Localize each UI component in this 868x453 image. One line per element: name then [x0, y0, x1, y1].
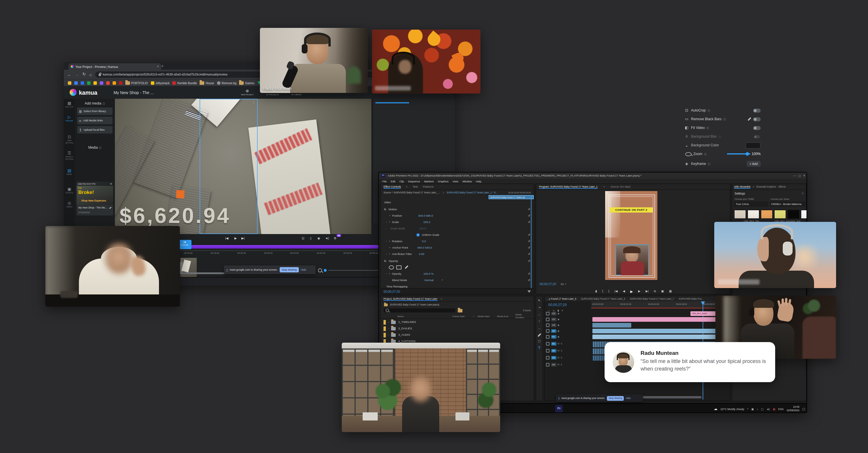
track-eye-icon[interactable]: ◉ — [558, 330, 559, 332]
checkbox-icon[interactable]: ✓ — [416, 233, 420, 236]
tab-jelly-alexandria[interactable]: Jelly Alexandria — [734, 185, 750, 189]
favicon-icon[interactable] — [87, 81, 91, 85]
next-frame-icon[interactable]: ▶| — [241, 236, 245, 240]
lock-icon[interactable] — [546, 329, 550, 333]
filter-funnel-icon[interactable] — [527, 290, 531, 292]
keyframe-add-button[interactable]: + Add — [747, 161, 761, 167]
track-v4[interactable]: V4 — [551, 318, 556, 321]
col-mediaend[interactable]: Media End — [497, 314, 515, 317]
brand-color-swatch[interactable] — [801, 210, 807, 219]
bookmark-games[interactable]: Games — [239, 81, 254, 85]
go-to-in-icon[interactable]: |◀ — [615, 289, 617, 293]
autocrop-toggle[interactable] — [753, 108, 761, 112]
tribe-select[interactable]: True Crime — [734, 201, 768, 207]
menu-window[interactable]: Window — [462, 180, 472, 183]
lock-icon[interactable] — [546, 318, 550, 321]
step-forward-icon[interactable]: ▶ — [638, 289, 641, 293]
ellipse-mask-icon[interactable] — [389, 265, 394, 269]
media-card[interactable]: 1080 FHD 29.97 FPS ✕ I'm Broke! Shop New… — [76, 182, 113, 216]
menu-edit[interactable]: Edit — [391, 180, 395, 183]
track-v2[interactable]: V2 — [551, 329, 556, 333]
menu-markers[interactable]: Markers — [424, 180, 434, 183]
track-eye-icon[interactable]: ◉ — [558, 336, 559, 338]
reset-icon[interactable]: ↺ — [528, 239, 530, 243]
tab-effect-controls[interactable]: Effect Controls — [383, 185, 401, 189]
mark-in-icon[interactable]: { — [602, 289, 603, 293]
ec-label[interactable]: Uniform Scale — [422, 233, 439, 236]
menu-graphics[interactable]: Graphics — [438, 180, 448, 183]
hand-tool-icon[interactable]: ▢ — [536, 339, 542, 342]
solo-button[interactable]: S — [561, 343, 562, 345]
home-icon[interactable]: ⌂ — [89, 72, 92, 76]
stopwatch-icon[interactable]: ◔ — [389, 272, 390, 275]
favicon-icon[interactable] — [100, 81, 103, 85]
add-media-links-button[interactable]: ∞Add Media links — [77, 117, 113, 124]
panel-menu-icon[interactable]: ≡ — [753, 186, 754, 188]
preview-eye-icon[interactable]: ◉ — [317, 236, 320, 240]
rail-item-preview[interactable]: ▷PREVIEW — [64, 115, 75, 122]
menu-sequence[interactable]: Sequence — [408, 180, 420, 183]
bookmark-removebg[interactable]: Remove.bg — [217, 81, 237, 85]
bookmark-house[interactable]: House — [200, 81, 214, 85]
track-a3[interactable]: A3 — [551, 356, 556, 360]
ec-value[interactable]: 0.0 — [422, 239, 426, 243]
lock-icon[interactable] — [546, 323, 550, 327]
track-v5[interactable]: V5 — [551, 312, 556, 315]
track-v3[interactable]: V3 — [551, 323, 556, 327]
solo-button[interactable]: S — [561, 364, 562, 366]
prev-frame-icon[interactable]: |◀ — [225, 236, 228, 240]
ec-label[interactable]: Anchor Point — [392, 246, 408, 249]
collapse-chevron-icon[interactable]: ∨ — [802, 192, 804, 195]
reset-icon[interactable]: ↺ — [528, 272, 530, 275]
clip-subtitle-graphic[interactable]: CRB_BKA_Subtit — [690, 311, 718, 316]
tab-essential-graphics[interactable]: Essential Graphics — [756, 185, 776, 188]
brand-color-swatch[interactable] — [787, 210, 800, 219]
tray-time[interactable]: 10:06 — [787, 406, 800, 409]
track-a1[interactable]: A1 — [551, 342, 556, 345]
favicon-icon[interactable] — [68, 81, 71, 85]
mute-button[interactable]: M — [558, 343, 559, 345]
stopwatch-icon[interactable]: ◔ — [389, 246, 391, 249]
tab-source[interactable]: Source: (no clips) — [611, 185, 630, 188]
menu-help[interactable]: Help — [476, 180, 481, 183]
expand-arrow-icon[interactable]: › — [386, 239, 387, 243]
favicon-icon[interactable] — [119, 81, 122, 85]
favicon-icon[interactable] — [106, 81, 110, 85]
timeline-tab-8[interactable]: SURVIVED Baby Fou... — [679, 298, 704, 300]
tab-frameio[interactable]: Frame.io — [423, 185, 433, 188]
project-bin-path[interactable]: SURVIVED Baby Found 17 Years Later.prpro… — [390, 303, 439, 306]
track-a4[interactable]: A4 — [551, 363, 556, 366]
ec-mini-clip[interactable]: SURVIVED Baby Found 17 Years Lat — [489, 195, 534, 199]
edit-icon[interactable] — [748, 117, 751, 121]
panel-menu-icon[interactable]: ≡ — [406, 185, 408, 188]
ec-value[interactable]: 100.0 % — [424, 272, 434, 275]
quality-gear-icon[interactable]: ⚙ — [334, 236, 337, 240]
ec-label[interactable]: Rotation — [392, 239, 402, 243]
pen-mask-icon[interactable] — [405, 265, 408, 269]
mute-button[interactable]: M — [558, 357, 559, 359]
weather-cloud-icon[interactable]: ☁ — [714, 406, 717, 411]
tracked-webcam-box[interactable] — [616, 245, 649, 275]
notification-center-icon[interactable]: ▢ — [802, 407, 805, 410]
expand-arrow-icon[interactable]: › — [386, 252, 387, 255]
track-v1[interactable]: V1 — [551, 335, 556, 339]
expand-arrow-icon[interactable]: › — [388, 327, 389, 330]
track-a2[interactable]: A2 — [551, 349, 556, 352]
forward-icon[interactable]: → — [75, 72, 79, 76]
project-row-audio[interactable]: ›3_AUDIO — [381, 332, 534, 338]
play-icon[interactable]: ▶ — [235, 236, 237, 240]
mark-out-icon[interactable]: } — [608, 289, 609, 293]
new-project-button[interactable]: ⊕NEW PROJECT — [241, 89, 253, 96]
maximize-icon[interactable]: ▢ — [798, 174, 801, 177]
crop-menu-icon[interactable]: ⋮ — [252, 101, 255, 104]
chevron-down-icon[interactable]: ∨ — [443, 191, 444, 194]
rail-item-crop[interactable]: ⊡CROP SETTINGS — [64, 135, 75, 144]
dropdown-chevron-icon[interactable]: ∨ — [441, 279, 443, 281]
lock-icon[interactable] — [546, 349, 550, 352]
ec-label[interactable]: Opacity — [392, 272, 402, 275]
clip-pink-long[interactable] — [592, 317, 730, 322]
reset-icon[interactable]: ↺ — [528, 246, 530, 249]
ec-label[interactable]: Scale — [392, 220, 399, 223]
solo-button[interactable]: S — [561, 350, 562, 352]
tab-program[interactable]: Program: SURVIVED Baby Found 17 Years La… — [539, 185, 598, 189]
